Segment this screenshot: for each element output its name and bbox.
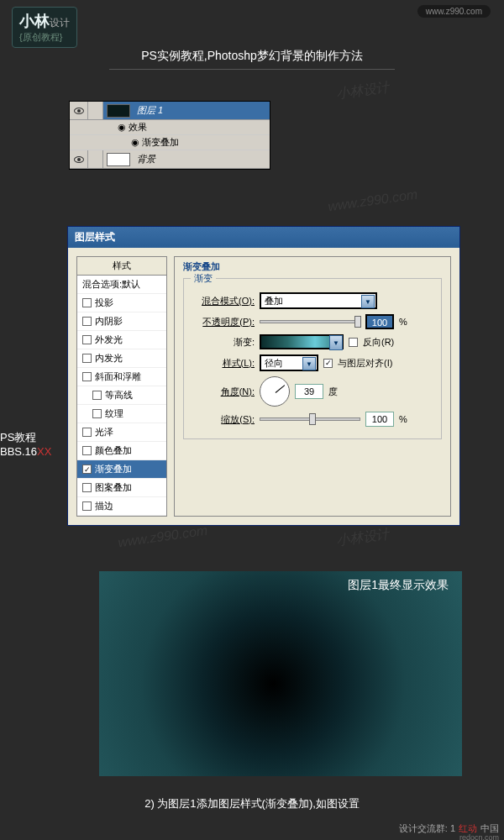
layer-name: 背景 (134, 153, 155, 165)
slider-thumb[interactable] (354, 316, 361, 328)
watermark: 小林设计 (335, 79, 391, 104)
angle-label: 角度(N): (191, 386, 255, 398)
settings-panel: 渐变叠加 渐变 混合模式(O): 叠加 ▼ 不透明度(P): 100 % (174, 256, 451, 517)
link-col[interactable] (88, 150, 103, 168)
side-line1: PS教程 (0, 430, 51, 445)
checkbox[interactable] (82, 483, 92, 492)
style-drop-shadow[interactable]: 投影 (77, 294, 166, 312)
reverse-label: 反向(R) (363, 336, 394, 349)
gradient-style-select[interactable]: 径向 ▼ (260, 354, 318, 371)
layers-panel: 图层 1 ◉ 效果 ◉ 渐变叠加 背景 (69, 101, 270, 170)
style-contour[interactable]: 等高线 (77, 386, 166, 405)
style-bevel[interactable]: 斜面和浮雕 (77, 368, 166, 386)
logo-tag: {原创教程} (19, 31, 70, 44)
checkbox[interactable] (82, 335, 92, 344)
scale-input[interactable]: 100 (365, 412, 394, 427)
gradient-fieldset: 渐变 混合模式(O): 叠加 ▼ 不透明度(P): 100 % 渐变: (183, 278, 442, 439)
reverse-checkbox[interactable] (349, 338, 358, 347)
style-label: 描边 (95, 500, 113, 512)
layer-row-layer1[interactable]: 图层 1 (70, 102, 270, 120)
page-title: PS实例教程,Photoshp梦幻背景的制作方法 (109, 49, 395, 70)
section-title: 渐变叠加 (183, 260, 442, 273)
checkbox[interactable] (82, 372, 92, 381)
chevron-down-icon: ▼ (329, 335, 343, 350)
chevron-down-icon: ▼ (302, 357, 316, 370)
fieldset-label: 渐变 (191, 272, 216, 285)
angle-dial[interactable] (260, 376, 290, 407)
result-label: 图层1最终显示效果 (348, 578, 449, 593)
side-text: PS教程 BBS.16XX (0, 430, 51, 458)
opacity-slider[interactable] (260, 320, 360, 323)
watermark: www.z990.com (117, 523, 208, 551)
style-label: 图案叠加 (95, 481, 132, 494)
link-col[interactable] (88, 102, 103, 119)
blend-mode-select[interactable]: 叠加 ▼ (260, 292, 377, 309)
step-caption: 2) 为图层1添加图层样式(渐变叠加),如图设置 (0, 796, 504, 811)
footer-text: 设计交流群: 1 (399, 822, 455, 835)
logo-main: 小林 (19, 13, 50, 29)
opacity-input[interactable]: 100 (365, 314, 394, 329)
style-label: 投影 (95, 297, 113, 309)
opacity-label: 不透明度(P): (191, 316, 255, 328)
style-label: 颜色叠加 (95, 444, 132, 457)
blend-mode-label: 混合模式(O): (191, 295, 255, 307)
logo-sub: 设计 (50, 17, 70, 29)
style-texture[interactable]: 纹理 (77, 405, 166, 423)
watermark: www.z990.com (327, 187, 418, 215)
scale-slider[interactable] (260, 417, 360, 421)
style-inner-glow[interactable]: 内发光 (77, 349, 166, 368)
angle-input[interactable]: 39 (295, 384, 323, 399)
layer-style-dialog: 图层样式 样式 混合选项:默认 投影 内阴影 外发光 内发光 斜面和浮雕 等高线… (67, 226, 460, 526)
styles-header: 样式 (77, 257, 166, 276)
style-label: 光泽 (95, 426, 113, 438)
eye-icon (74, 108, 84, 114)
align-checkbox[interactable] (323, 359, 333, 368)
angle-unit: 度 (328, 386, 338, 398)
checkbox[interactable] (82, 428, 92, 437)
eye-icon[interactable]: ◉ (115, 122, 129, 133)
checkbox[interactable] (82, 501, 92, 511)
effect-name: 渐变叠加 (142, 136, 179, 149)
layer-thumbnail[interactable] (107, 104, 130, 118)
layer-thumbnail[interactable] (107, 153, 130, 166)
layer-effects-row[interactable]: ◉ 效果 (70, 120, 270, 135)
style-blend-options[interactable]: 混合选项:默认 (77, 276, 166, 294)
style-pattern-overlay[interactable]: 图案叠加 (77, 479, 166, 497)
slider-thumb[interactable] (309, 413, 316, 425)
style-stroke[interactable]: 描边 (77, 497, 166, 516)
style-label: 斜面和浮雕 (95, 370, 141, 383)
style-satin[interactable]: 光泽 (77, 423, 166, 442)
visibility-toggle[interactable] (70, 150, 88, 168)
percent-label: % (399, 414, 407, 424)
eye-icon[interactable]: ◉ (129, 137, 142, 148)
checkbox[interactable] (82, 298, 92, 307)
checkbox[interactable] (82, 317, 92, 326)
style-label: 外发光 (95, 333, 123, 346)
style-color-overlay[interactable]: 颜色叠加 (77, 442, 166, 460)
dialog-titlebar[interactable]: 图层样式 (68, 227, 459, 248)
layer-effect-gradient[interactable]: ◉ 渐变叠加 (70, 135, 270, 150)
header-url: www.z990.com (417, 5, 491, 18)
checkbox[interactable] (82, 446, 92, 455)
chevron-down-icon: ▼ (361, 295, 375, 308)
gradient-picker[interactable]: ▼ (260, 334, 344, 349)
visibility-toggle[interactable] (70, 102, 88, 119)
percent-label: % (399, 317, 407, 327)
checkbox[interactable] (82, 354, 92, 363)
style-inner-shadow[interactable]: 内阴影 (77, 312, 166, 331)
style-outer-glow[interactable]: 外发光 (77, 331, 166, 349)
style-label: 样式(L): (191, 357, 255, 370)
select-value: 径向 (265, 357, 283, 370)
style-label: 纹理 (105, 407, 123, 420)
style-gradient-overlay[interactable]: 渐变叠加 (77, 460, 166, 479)
eye-icon (74, 156, 84, 163)
checkbox[interactable] (92, 409, 102, 418)
checkbox[interactable] (82, 465, 92, 474)
select-value: 叠加 (265, 295, 283, 307)
effects-label: 效果 (129, 121, 147, 134)
style-label: 内发光 (95, 352, 123, 365)
layer-row-background[interactable]: 背景 (70, 150, 270, 169)
checkbox[interactable] (92, 391, 102, 400)
align-label: 与图层对齐(I) (338, 357, 392, 370)
style-label: 渐变叠加 (95, 463, 132, 475)
